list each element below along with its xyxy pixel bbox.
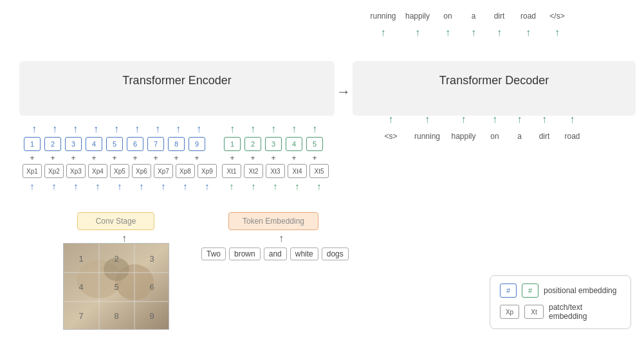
- svg-text:1: 1: [78, 254, 83, 264]
- pos-embed-4: 4: [86, 137, 102, 151]
- svg-text:5: 5: [114, 282, 118, 292]
- svg-text:9: 9: [149, 311, 154, 321]
- xp7: Xp7: [154, 164, 173, 178]
- encoder-plus-row: + + + + + + + + +: [24, 154, 205, 163]
- legend-row-patch: Xp Xt patch/text embedding: [500, 303, 621, 321]
- decoder-input-row: <s> running happily on a dirt road: [373, 132, 587, 141]
- pos-embed-1: 1: [24, 137, 41, 151]
- out-token-road: road: [513, 12, 544, 21]
- svg-text:8: 8: [114, 311, 118, 321]
- xt4: Xt4: [288, 164, 307, 178]
- in-token-a: a: [508, 132, 531, 141]
- encoder-patch-embeds: Xp1 Xp2 Xp3 Xp4 Xp5 Xp6 Xp7 Xp8 Xp9: [23, 164, 217, 178]
- image-grid: 1 2 3 4 5 6 7 8 9: [63, 243, 169, 330]
- legend-xp-box: Xp: [500, 305, 519, 319]
- legend-patch-label: patch/text embedding: [549, 303, 621, 321]
- legend-green-box: #: [522, 284, 538, 298]
- dec-pos-1: 1: [224, 137, 241, 151]
- decoder-plus-row: + + + + +: [224, 154, 323, 163]
- conv-stage-label: Conv Stage: [96, 217, 136, 226]
- pos-embed-8: 8: [168, 137, 185, 151]
- image-svg: 1 2 3 4 5 6 7 8 9: [64, 244, 169, 330]
- xp9: Xp9: [198, 164, 217, 178]
- legend-xt-box: Xt: [524, 305, 544, 319]
- encoder-up-arrows: ↑ ↑ ↑ ↑ ↑ ↑ ↑ ↑ ↑: [24, 123, 209, 135]
- xp3: Xp3: [66, 164, 86, 178]
- pos-embed-9: 9: [189, 137, 205, 151]
- in-token-happily: happily: [446, 132, 481, 141]
- decoder-bottom-arrows: ↑ ↑ ↑ ↑ ↑: [222, 181, 329, 192]
- svg-text:2: 2: [114, 254, 118, 264]
- xp8: Xp8: [176, 164, 195, 178]
- token-embed-label: Token Embedding: [243, 217, 304, 226]
- token-embedding-box: Token Embedding: [228, 212, 318, 230]
- pos-embed-2: 2: [44, 137, 61, 151]
- legend-blue-box: #: [500, 284, 517, 298]
- dec-pos-2: 2: [244, 137, 261, 151]
- xp1: Xp1: [23, 164, 42, 178]
- token-embed-arrow: ↑: [271, 233, 291, 244]
- decoder-token-embeds: Xt1 Xt2 Xt3 Xt4 Xt5: [222, 164, 329, 178]
- xt1: Xt1: [222, 164, 241, 178]
- token-brown: brown: [229, 248, 261, 260]
- in-token-start: <s>: [373, 132, 409, 141]
- decoder-up-arrows-bottom: ↑ ↑ ↑ ↑ ↑ ↑ ↑: [373, 114, 587, 125]
- dec-pos-3: 3: [265, 137, 282, 151]
- diagram-container: Transformer Encoder → Transformer Decode…: [0, 0, 644, 342]
- encoder-pos-embeds: 1 2 3 4 5 6 7 8 9: [24, 137, 205, 151]
- in-token-dirt: dirt: [531, 132, 558, 141]
- svg-text:7: 7: [78, 311, 83, 321]
- decoder-pos-embeds: 1 2 3 4 5: [224, 137, 323, 151]
- dec-pos-4: 4: [286, 137, 302, 151]
- conv-stage-box: Conv Stage: [77, 212, 154, 230]
- svg-text:3: 3: [149, 254, 154, 264]
- xp2: Xp2: [44, 164, 64, 178]
- xp5: Xp5: [110, 164, 129, 178]
- pos-embed-6: 6: [127, 137, 143, 151]
- decoder-output-arrows: ↑ ↑ ↑ ↑ ↑ ↑ ↑: [365, 27, 571, 39]
- encoder-label: Transformer Encoder: [19, 74, 335, 87]
- xt3: Xt3: [266, 164, 285, 178]
- dec-pos-5: 5: [306, 137, 323, 151]
- in-token-running: running: [409, 132, 446, 141]
- out-token-dirt: dirt: [486, 12, 513, 21]
- token-white: white: [290, 248, 318, 260]
- out-token-a: a: [461, 12, 486, 21]
- xt5: Xt5: [309, 164, 329, 178]
- token-and: and: [264, 248, 287, 260]
- decoder-box: [353, 61, 636, 116]
- enc-dec-arrow: →: [336, 84, 351, 100]
- token-two: Two: [201, 248, 226, 260]
- pos-embed-5: 5: [106, 137, 123, 151]
- token-dogs: dogs: [322, 248, 349, 260]
- legend-positional-label: positional embedding: [544, 286, 616, 295]
- text-input-tokens: Two brown and white dogs: [201, 248, 349, 260]
- svg-text:6: 6: [149, 282, 154, 292]
- xt2: Xt2: [244, 164, 263, 178]
- pos-embed-7: 7: [147, 137, 164, 151]
- decoder-up-arrows-top: ↑ ↑ ↑ ↑ ↑: [222, 123, 325, 135]
- encoder-box: [19, 61, 335, 116]
- decoder-output-row: running happily on a dirt road </s>: [365, 12, 571, 21]
- decoder-label: Transformer Decoder: [353, 74, 636, 87]
- out-token-on: on: [434, 12, 461, 21]
- pos-embed-3: 3: [65, 137, 82, 151]
- svg-text:4: 4: [78, 282, 83, 292]
- in-token-road: road: [558, 132, 587, 141]
- out-token-running: running: [365, 12, 401, 21]
- legend-box: # # positional embedding Xp Xt patch/tex…: [490, 275, 631, 329]
- out-token-eos: </s>: [544, 12, 571, 21]
- xp6: Xp6: [132, 164, 151, 178]
- xp4: Xp4: [88, 164, 107, 178]
- in-token-on: on: [481, 132, 508, 141]
- encoder-bottom-arrows: ↑ ↑ ↑ ↑ ↑ ↑ ↑ ↑ ↑: [23, 181, 217, 192]
- out-token-happily: happily: [401, 12, 434, 21]
- legend-row-positional: # # positional embedding: [500, 284, 621, 298]
